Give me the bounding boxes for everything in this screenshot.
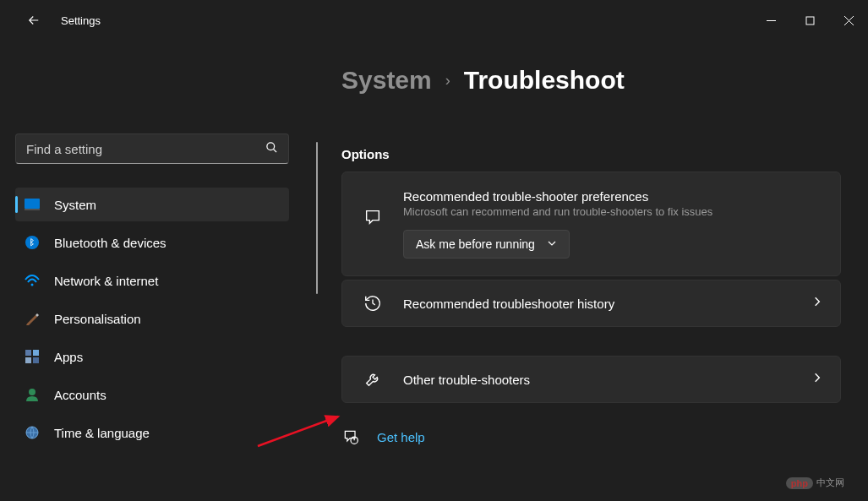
dropdown-value: Ask me before running: [416, 237, 535, 251]
apps-icon: [24, 348, 41, 365]
history-icon: [359, 294, 386, 313]
breadcrumb-parent[interactable]: System: [341, 66, 432, 95]
sidebar-item-label: Apps: [54, 350, 83, 364]
watermark: php 中文网: [786, 476, 844, 489]
window-title: Settings: [61, 14, 101, 27]
get-help-link[interactable]: Get help: [377, 430, 425, 444]
maximize-button[interactable]: [790, 7, 829, 34]
main-content: System › Troubleshoot Options Recommende…: [304, 41, 868, 501]
recommended-preferences-card: Recommended trouble-shooter preferences …: [341, 172, 841, 276]
other-troubleshooters-card[interactable]: Other trouble-shooters: [341, 356, 841, 403]
page-title: Troubleshoot: [464, 66, 625, 95]
close-icon: [844, 16, 854, 25]
sidebar-item-label: Accounts: [54, 388, 106, 402]
svg-rect-8: [25, 357, 31, 363]
chevron-right-icon: [811, 296, 823, 311]
wrench-icon: [359, 370, 386, 389]
window-controls: [751, 7, 868, 34]
close-button[interactable]: [829, 7, 868, 34]
card-subtitle: Microsoft can recommend and run trouble-…: [403, 205, 823, 218]
sidebar-item-label: Personalisation: [54, 312, 141, 326]
minimize-button[interactable]: [751, 7, 790, 34]
svg-point-4: [25, 236, 39, 249]
accounts-icon: [24, 386, 41, 403]
sidebar-item-network[interactable]: Network & internet: [15, 264, 289, 297]
svg-rect-6: [25, 350, 31, 356]
help-icon: [341, 428, 360, 445]
svg-rect-2: [25, 199, 40, 209]
sidebar-item-label: Network & internet: [54, 274, 158, 288]
chevron-right-icon: ›: [445, 72, 450, 90]
titlebar: Settings: [0, 0, 868, 41]
back-button[interactable]: [17, 3, 51, 37]
watermark-text: 中文网: [816, 476, 844, 489]
sidebar: System Bluetooth & devices Network & int…: [0, 41, 304, 501]
svg-point-5: [31, 284, 34, 286]
back-arrow-icon: [26, 13, 41, 28]
svg-rect-0: [806, 17, 814, 25]
sidebar-item-label: Bluetooth & devices: [54, 236, 167, 250]
troubleshooter-history-card[interactable]: Recommended troubleshooter history: [341, 280, 841, 327]
personalisation-icon: [24, 310, 41, 327]
scrollbar[interactable]: [316, 142, 318, 294]
chat-icon: [359, 208, 386, 226]
sidebar-item-accounts[interactable]: Accounts: [15, 378, 289, 411]
search-input[interactable]: [26, 142, 265, 156]
sidebar-item-system[interactable]: System: [15, 188, 289, 221]
php-badge: php: [786, 477, 813, 489]
time-language-icon: [24, 424, 41, 441]
search-icon: [265, 141, 278, 157]
svg-rect-7: [33, 350, 39, 356]
svg-point-1: [267, 142, 275, 150]
card-title: Other trouble-shooters: [403, 373, 811, 387]
search-box[interactable]: [15, 133, 289, 164]
options-header: Options: [341, 147, 841, 161]
svg-point-10: [29, 389, 35, 395]
sidebar-item-personalisation[interactable]: Personalisation: [15, 302, 289, 335]
chevron-right-icon: [811, 372, 823, 387]
network-icon: [24, 272, 41, 289]
chevron-down-icon: [547, 237, 557, 251]
maximize-icon: [805, 16, 815, 25]
preference-dropdown[interactable]: Ask me before running: [403, 230, 570, 259]
sidebar-item-time-language[interactable]: Time & language: [15, 416, 289, 449]
sidebar-item-bluetooth[interactable]: Bluetooth & devices: [15, 226, 289, 259]
system-icon: [24, 196, 41, 213]
minimize-icon: [767, 16, 776, 25]
help-row: Get help: [341, 428, 841, 445]
bluetooth-icon: [24, 234, 41, 251]
sidebar-item-apps[interactable]: Apps: [15, 340, 289, 373]
sidebar-item-label: Time & language: [54, 426, 150, 440]
breadcrumb: System › Troubleshoot: [341, 66, 841, 95]
svg-rect-9: [33, 357, 39, 363]
svg-rect-3: [25, 209, 40, 210]
card-title: Recommended trouble-shooter preferences: [403, 189, 823, 204]
sidebar-item-label: System: [54, 198, 96, 212]
card-title: Recommended troubleshooter history: [403, 297, 811, 311]
